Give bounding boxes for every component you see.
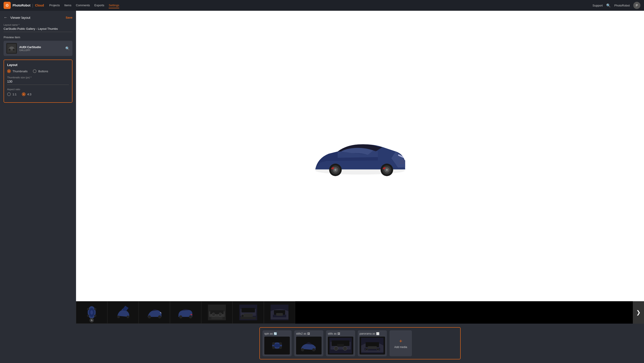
svg-point-62 bbox=[279, 342, 282, 345]
svg-point-31 bbox=[126, 315, 129, 318]
radio-thumbnails-label: Thumbnails bbox=[12, 70, 28, 73]
radio-4x3-label: 4:3 bbox=[27, 93, 31, 96]
svg-rect-55 bbox=[276, 313, 283, 316]
svg-point-26 bbox=[87, 308, 89, 310]
radio-4x3-circle bbox=[22, 92, 26, 96]
thumbnail-item-4[interactable] bbox=[170, 301, 201, 324]
svg-point-64 bbox=[301, 348, 304, 351]
thumbnail-item-2[interactable] bbox=[107, 301, 139, 324]
support-link[interactable]: Support bbox=[592, 4, 603, 7]
svg-rect-49 bbox=[244, 313, 253, 317]
svg-rect-38 bbox=[190, 314, 192, 315]
preview-item-section: Preview item AUDI CarStudio GALLERY 🔍 bbox=[4, 36, 72, 56]
thumbnail-next-button[interactable]: ❯ bbox=[633, 301, 644, 324]
svg-point-65 bbox=[312, 348, 315, 351]
svg-point-60 bbox=[279, 346, 282, 349]
svg-point-30 bbox=[117, 315, 120, 318]
layout-section-title: Layout bbox=[7, 63, 69, 67]
svg-point-3 bbox=[6, 5, 8, 6]
svg-point-58 bbox=[274, 344, 280, 347]
username-text: PhotoRobot bbox=[614, 4, 630, 7]
media-card-panorama[interactable]: panorama as ⬜ bbox=[358, 330, 387, 356]
thumbnail-item-1[interactable]: ↻ bbox=[76, 301, 107, 324]
thumbnail-strip-inner: ↻ bbox=[76, 301, 633, 324]
save-button[interactable]: Save bbox=[66, 16, 72, 19]
car-image-area bbox=[76, 11, 644, 301]
nav-link-settings[interactable]: Settings bbox=[109, 3, 119, 8]
preview-item-name: AUDI CarStudio bbox=[19, 46, 63, 49]
add-media-button[interactable]: + Add media bbox=[390, 330, 412, 356]
svg-rect-51 bbox=[240, 317, 256, 319]
user-avatar[interactable]: P bbox=[633, 2, 640, 9]
media-card-panorama-thumb bbox=[360, 336, 385, 354]
media-card-stills-thumb bbox=[328, 336, 353, 354]
layout-name-value[interactable]: CarStudio Public Gallery - Layout Thumbs bbox=[4, 27, 72, 32]
preview-item-info: AUDI CarStudio GALLERY bbox=[19, 46, 63, 52]
top-navigation: PhotoRobot | Cloud Projects Items Commen… bbox=[0, 0, 644, 11]
layout-section: Layout Thumbnails Buttons Thumbnails siz… bbox=[4, 60, 72, 103]
svg-point-34 bbox=[158, 315, 161, 318]
svg-rect-75 bbox=[368, 346, 377, 349]
brand-cloud-text: Cloud bbox=[35, 4, 44, 7]
brand-logo-area: PhotoRobot | Cloud bbox=[4, 2, 44, 9]
radio-buttons[interactable]: Buttons bbox=[33, 69, 48, 73]
thumbnail-item-5[interactable] bbox=[201, 301, 232, 324]
nav-link-items[interactable]: Items bbox=[64, 3, 71, 8]
nav-link-comments[interactable]: Comments bbox=[76, 3, 90, 8]
sidebar-title: Viewer layout bbox=[10, 16, 63, 20]
stills-icon: 🖼 bbox=[338, 332, 340, 335]
radio-1x1-circle bbox=[7, 92, 11, 96]
thumbnail-item-7[interactable] bbox=[264, 301, 295, 324]
brand-name-text: PhotoRobot bbox=[12, 4, 30, 7]
media-card-stills2-label: stills2 as 🖼 bbox=[296, 332, 322, 335]
panorama-icon: ⬜ bbox=[376, 332, 380, 335]
radio-4x3-dot bbox=[23, 93, 24, 95]
svg-point-33 bbox=[148, 315, 151, 318]
svg-point-25 bbox=[94, 315, 96, 317]
layout-name-field: Layout name * CarStudio Public Gallery -… bbox=[4, 24, 72, 32]
radio-1x1-label: 1:1 bbox=[12, 93, 16, 96]
svg-point-24 bbox=[87, 315, 89, 317]
spin-icon: 🔄 bbox=[274, 332, 277, 335]
media-card-stills2[interactable]: stills2 as 🖼 bbox=[294, 330, 323, 356]
back-button[interactable]: ← bbox=[4, 15, 8, 20]
nav-links-group: Projects Items Comments Exports Settings bbox=[49, 3, 587, 8]
search-icon[interactable]: 🔍 bbox=[606, 3, 611, 8]
preview-search-icon[interactable]: 🔍 bbox=[65, 46, 70, 51]
preview-item-card[interactable]: AUDI CarStudio GALLERY 🔍 bbox=[4, 41, 72, 56]
media-card-stills[interactable]: stills as 🖼 bbox=[326, 330, 355, 356]
radio-thumbnails[interactable]: Thumbnails bbox=[7, 69, 28, 73]
thumb-size-label: Thumbnails size (px) * bbox=[7, 76, 69, 79]
radio-1x1[interactable]: 1:1 bbox=[7, 92, 16, 96]
nav-right-area: Support 🔍 PhotoRobot P bbox=[592, 2, 640, 9]
svg-point-13 bbox=[334, 169, 336, 171]
svg-point-77 bbox=[377, 348, 379, 350]
svg-point-36 bbox=[179, 315, 182, 318]
thumbnail-item-6[interactable] bbox=[232, 301, 264, 324]
svg-point-17 bbox=[386, 169, 388, 171]
media-card-spin[interactable]: spin as 🔄 bbox=[262, 330, 292, 356]
radio-4x3[interactable]: 4:3 bbox=[22, 92, 31, 96]
thumbnail-strip: ↻ bbox=[76, 301, 644, 324]
layout-radio-group: Thumbnails Buttons bbox=[7, 69, 69, 73]
svg-point-59 bbox=[272, 346, 275, 349]
main-layout: ← Viewer layout Save Layout name * CarSt… bbox=[0, 11, 644, 363]
thumb-spin-indicator: ↻ bbox=[90, 318, 94, 322]
media-panel: spin as 🔄 bbox=[260, 327, 461, 359]
svg-point-8 bbox=[13, 49, 14, 51]
nav-link-exports[interactable]: Exports bbox=[94, 3, 104, 8]
thumbnail-item-3[interactable] bbox=[139, 301, 170, 324]
svg-rect-45 bbox=[211, 317, 222, 319]
svg-point-61 bbox=[272, 342, 275, 345]
preview-item-label: Preview item bbox=[4, 36, 72, 39]
aspect-ratio-group: 1:1 4:3 bbox=[7, 92, 69, 96]
thumb-size-value[interactable]: 130 bbox=[7, 80, 69, 85]
content-area: ↻ bbox=[76, 11, 644, 363]
svg-point-50 bbox=[241, 314, 244, 317]
radio-thumbnails-dot bbox=[8, 70, 10, 72]
add-media-plus-icon: + bbox=[399, 338, 402, 344]
brand-divider: | bbox=[32, 3, 33, 8]
nav-link-projects[interactable]: Projects bbox=[49, 3, 60, 8]
sidebar: ← Viewer layout Save Layout name * CarSt… bbox=[0, 11, 76, 363]
radio-thumbnails-circle bbox=[7, 69, 11, 73]
